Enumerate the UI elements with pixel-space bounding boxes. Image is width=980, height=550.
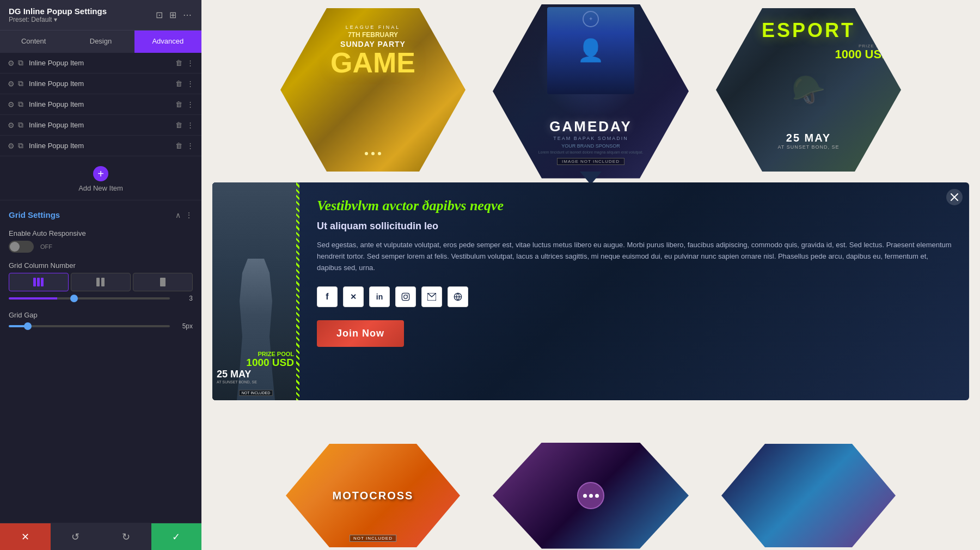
copy-icon[interactable]: ⧉: [18, 79, 23, 88]
popup-overlay: PRIZE POOL 1000 USD 25 MAY AT SUNSET BON…: [212, 182, 969, 400]
item-icons: ⚙ ⧉: [8, 58, 23, 68]
column-number-label: Grid Column Number: [9, 261, 193, 270]
hex-item-3[interactable]: 🪖 ESPORT PRIZE POOL 1000 USD 25 MAY AT S…: [705, 5, 912, 174]
item-actions: 🗑 ⋮: [175, 121, 194, 129]
auto-responsive-toggle[interactable]: [9, 241, 34, 253]
globe-icon[interactable]: [448, 286, 468, 307]
auto-responsive-label: Enable Auto Responsive: [9, 229, 193, 237]
gap-slider[interactable]: [9, 325, 170, 327]
linkedin-icon[interactable]: in: [369, 286, 390, 307]
twitter-x-icon[interactable]: ✕: [343, 286, 364, 307]
grid-settings-header: Grid Settings ∧ ⋮: [0, 203, 201, 225]
column-number-setting: Grid Column Number: [0, 257, 201, 307]
grid-gap-setting: Grid Gap 5px: [0, 307, 201, 334]
divider: [0, 200, 201, 200]
svg-point-8: [407, 295, 408, 295]
gap-slider-value: 5px: [175, 322, 193, 330]
item-label: Inline Popup Item: [29, 121, 170, 129]
tab-content[interactable]: Content: [0, 30, 67, 53]
bottom-hex-item-3[interactable]: [705, 441, 912, 550]
gear-icon[interactable]: ⚙: [8, 100, 15, 109]
grid-icon[interactable]: ⊞: [168, 9, 177, 21]
copy-icon[interactable]: ⧉: [18, 100, 23, 109]
auto-responsive-setting: Enable Auto Responsive OFF: [0, 225, 201, 257]
hex-item-2[interactable]: 👤 ✦ GAMEDAY TEAM BAPAK SOMADIN YOUR BRAN…: [482, 3, 700, 180]
item-actions: 🗑 ⋮: [175, 100, 194, 108]
instagram-icon[interactable]: [395, 286, 416, 307]
list-item: ⚙ ⧉ Inline Popup Item 🗑 ⋮: [0, 115, 201, 136]
svg-rect-5: [160, 278, 166, 286]
bottom-toolbar: ✕ ↺ ↻ ✓: [0, 523, 201, 550]
bottom-hex-item-1[interactable]: MOTOCROSS NOT INCLUDED: [270, 441, 476, 550]
gear-icon[interactable]: ⚙: [8, 80, 15, 88]
add-new-item-button[interactable]: + Add New Item: [0, 156, 201, 198]
item-icons: ⚙ ⧉: [8, 120, 23, 130]
panel-header: DG Inline Popup Settings Preset: Default…: [0, 0, 201, 30]
dots-icon: [577, 482, 604, 509]
col-1-button[interactable]: [133, 273, 193, 291]
delete-icon[interactable]: 🗑: [175, 121, 182, 129]
gear-icon[interactable]: ⚙: [8, 121, 15, 130]
collapse-icon[interactable]: ∧: [175, 211, 181, 219]
delete-icon[interactable]: 🗑: [175, 59, 182, 67]
undo-button[interactable]: ↺: [51, 523, 101, 550]
motocross-text: MOTOCROSS: [333, 490, 414, 502]
popup-close-button[interactable]: [946, 189, 963, 205]
panel-preset[interactable]: Preset: Default ▾: [9, 16, 107, 23]
more-options-icon[interactable]: ⋮: [187, 59, 194, 67]
copy-icon[interactable]: ⧉: [18, 141, 23, 150]
more-icon[interactable]: ⋯: [182, 9, 193, 21]
hex3-date: 25 MAY: [716, 132, 901, 144]
close-button[interactable]: ✕: [0, 523, 51, 550]
more-options-icon[interactable]: ⋮: [187, 121, 194, 129]
delete-icon[interactable]: 🗑: [175, 80, 182, 88]
item-icons: ⚙ ⧉: [8, 79, 23, 88]
tab-advanced[interactable]: Advanced: [134, 30, 201, 53]
panel-title: DG Inline Popup Settings: [9, 7, 107, 16]
svg-point-7: [404, 295, 408, 299]
toggle-state: OFF: [40, 243, 52, 250]
esport-title: ESPORT: [716, 19, 901, 42]
item-label: Inline Popup Item: [29, 142, 170, 150]
sponsor-text: YOUR BRAND SPONSOR: [493, 143, 689, 149]
minimize-icon[interactable]: ⊡: [155, 9, 164, 21]
redo-icon: ↻: [122, 531, 130, 543]
bottom-hex-item-2[interactable]: [482, 441, 700, 550]
toggle-knob: [10, 242, 20, 252]
copy-icon[interactable]: ⧉: [18, 58, 23, 68]
join-now-button[interactable]: Join Now: [317, 320, 404, 347]
grid-gap-label: Grid Gap: [9, 311, 193, 319]
tab-design[interactable]: Design: [67, 30, 134, 53]
panel-tabs: Content Design Advanced: [0, 30, 201, 53]
gear-icon[interactable]: ⚙: [8, 59, 15, 68]
more-options-icon[interactable]: ⋮: [187, 80, 194, 88]
hex-item-1[interactable]: LEAGUE FINAL 7TH FEBRUARY SUNDAY PARTY G…: [270, 5, 476, 174]
confirm-button[interactable]: ✓: [151, 523, 202, 550]
popup-body-text: Sed egestas, ante et vulputate volutpat,…: [317, 240, 952, 273]
more-grid-icon[interactable]: ⋮: [185, 211, 193, 219]
bottom-hex-row: MOTOCROSS NOT INCLUDED: [201, 441, 980, 550]
gameday-title: GAMEDAY: [493, 118, 689, 135]
panel-header-icons: ⊡ ⊞ ⋯: [155, 9, 193, 21]
more-options-icon[interactable]: ⋮: [187, 142, 194, 150]
grid-settings-title: Grid Settings: [9, 210, 60, 219]
email-icon[interactable]: [421, 286, 442, 307]
popup-img-not-included: NOT INCLUDED: [239, 390, 273, 396]
col-2-button[interactable]: [71, 273, 131, 291]
copy-icon[interactable]: ⧉: [18, 120, 23, 130]
gear-icon[interactable]: ⚙: [8, 142, 15, 150]
facebook-icon[interactable]: f: [317, 286, 338, 307]
more-options-icon[interactable]: ⋮: [187, 100, 194, 108]
list-item: ⚙ ⧉ Inline Popup Item 🗑 ⋮: [0, 53, 201, 74]
svg-rect-4: [101, 278, 105, 286]
redo-button[interactable]: ↻: [101, 523, 151, 550]
add-icon: +: [93, 166, 108, 181]
column-slider[interactable]: [9, 297, 170, 300]
undo-icon: ↺: [71, 531, 79, 543]
svg-rect-3: [96, 278, 100, 286]
delete-icon[interactable]: 🗑: [175, 100, 182, 108]
column-selector: [9, 273, 193, 291]
delete-icon[interactable]: 🗑: [175, 142, 182, 150]
lorem-text: Lorem tincidunt ut laoreet dolore magna …: [493, 150, 689, 155]
col-3-button[interactable]: [9, 273, 69, 291]
